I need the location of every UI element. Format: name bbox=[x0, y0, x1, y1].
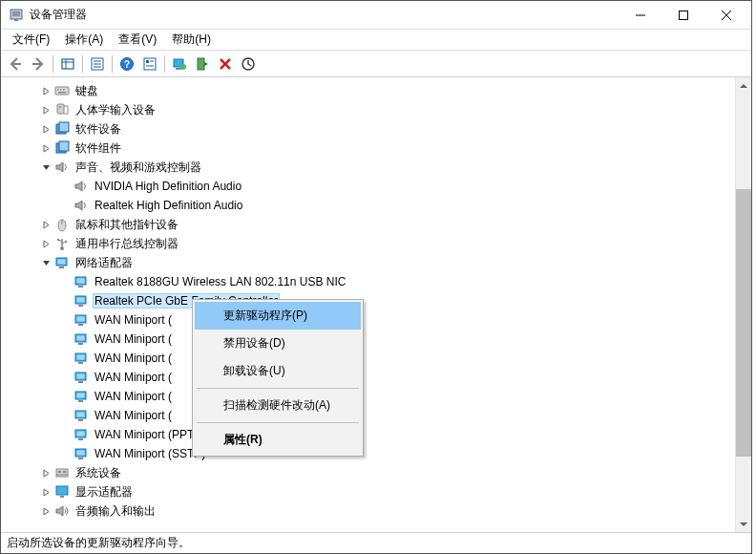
tree-node[interactable]: 软件设备 bbox=[3, 119, 751, 138]
expander-none bbox=[58, 275, 72, 288]
svg-rect-81 bbox=[56, 486, 68, 495]
minimize-button[interactable] bbox=[619, 2, 662, 29]
svg-point-22 bbox=[180, 64, 186, 70]
network-icon bbox=[74, 427, 89, 442]
menu-action[interactable]: 操作(A) bbox=[57, 30, 111, 50]
menu-help[interactable]: 帮助(H) bbox=[164, 30, 219, 50]
toolbar-separator bbox=[52, 55, 53, 73]
expander-none bbox=[58, 447, 72, 460]
chevron-right-icon[interactable] bbox=[39, 466, 52, 479]
ctx-properties[interactable]: 属性(R) bbox=[195, 426, 361, 454]
chevron-right-icon[interactable] bbox=[39, 485, 52, 499]
toolbar-scan-hardware-button[interactable] bbox=[192, 53, 213, 75]
tree-node-label: 软件组件 bbox=[74, 139, 123, 158]
usb-icon bbox=[54, 236, 70, 251]
tree-node[interactable]: 显示适配器 bbox=[3, 482, 751, 501]
tree-node[interactable]: WAN Miniport (SSTP) bbox=[3, 444, 751, 463]
tree-node[interactable]: 通用串行总线控制器 bbox=[3, 234, 751, 253]
tree-node[interactable]: 网络适配器 bbox=[3, 253, 751, 272]
toolbar-show-hidden-button[interactable] bbox=[57, 53, 78, 75]
chevron-down-icon[interactable] bbox=[39, 160, 52, 174]
menu-file[interactable]: 文件(F) bbox=[5, 30, 57, 50]
tree-node[interactable]: WAN Miniport ( bbox=[3, 387, 751, 406]
tree-node[interactable]: 系统设备 bbox=[3, 463, 751, 482]
toolbar-forward-button[interactable] bbox=[28, 53, 49, 75]
chevron-right-icon[interactable] bbox=[39, 84, 52, 97]
tree-node[interactable]: 声音、视频和游戏控制器 bbox=[3, 158, 751, 177]
device-tree[interactable]: 键盘人体学输入设备软件设备软件组件声音、视频和游戏控制器NVIDIA High … bbox=[1, 77, 751, 524]
chevron-right-icon[interactable] bbox=[39, 218, 52, 231]
chevron-down-icon[interactable] bbox=[39, 256, 52, 269]
chevron-right-icon[interactable] bbox=[39, 141, 52, 155]
chevron-right-icon[interactable] bbox=[39, 103, 52, 117]
toolbar-properties-button[interactable] bbox=[87, 53, 108, 75]
svg-text:?: ? bbox=[124, 59, 130, 70]
chevron-right-icon[interactable] bbox=[39, 122, 52, 136]
svg-rect-43 bbox=[65, 241, 67, 243]
scroll-down-button[interactable] bbox=[736, 516, 751, 532]
tree-node[interactable]: WAN Miniport ( bbox=[3, 406, 751, 425]
ctx-update-driver[interactable]: 更新驱动程序(P) bbox=[195, 302, 361, 330]
mouse-icon bbox=[54, 217, 70, 232]
svg-point-33 bbox=[59, 106, 61, 108]
svg-rect-55 bbox=[78, 324, 83, 326]
vertical-scrollbar[interactable] bbox=[735, 77, 751, 532]
maximize-button[interactable] bbox=[662, 2, 704, 29]
tree-node[interactable]: 人体学输入设备 bbox=[3, 100, 751, 119]
statusbar-text: 启动所选设备的更新驱动程序向导。 bbox=[7, 535, 190, 551]
chevron-right-icon[interactable] bbox=[39, 237, 52, 250]
toolbar-update-driver-button[interactable] bbox=[169, 53, 190, 75]
tree-node[interactable]: 软件组件 bbox=[3, 138, 751, 158]
app-icon bbox=[9, 8, 24, 23]
tree-node[interactable]: 音频输入和输出 bbox=[3, 501, 751, 521]
svg-rect-21 bbox=[176, 68, 181, 70]
expander-none bbox=[58, 199, 72, 212]
expander-none bbox=[58, 294, 72, 308]
toolbar-uninstall-button[interactable] bbox=[215, 53, 236, 75]
tree-node[interactable]: 鼠标和其他指针设备 bbox=[3, 215, 751, 234]
toolbar-help-button[interactable]: ? bbox=[116, 53, 137, 75]
svg-rect-35 bbox=[59, 122, 69, 132]
tree-node-label: 声音、视频和游戏控制器 bbox=[74, 159, 203, 177]
speaker-icon bbox=[54, 160, 70, 175]
toolbar-enable-button[interactable] bbox=[238, 53, 259, 75]
svg-rect-32 bbox=[57, 104, 64, 114]
tree-node-label: WAN Miniport ( bbox=[93, 312, 174, 328]
tree-node[interactable]: 键盘 bbox=[3, 81, 751, 100]
tree-node[interactable]: WAN Miniport ( bbox=[3, 368, 751, 387]
tree-node[interactable]: WAN Miniport ( bbox=[3, 349, 751, 368]
toolbar-back-button[interactable] bbox=[5, 53, 26, 75]
toolbar-details-button[interactable] bbox=[139, 53, 160, 75]
tree-node[interactable]: Realtek 8188GU Wireless LAN 802.11n USB … bbox=[3, 272, 751, 291]
expander-none bbox=[58, 409, 72, 422]
toolbar-separator bbox=[82, 55, 83, 73]
tree-node[interactable]: WAN Miniport ( bbox=[3, 310, 751, 330]
scroll-up-button[interactable] bbox=[736, 77, 751, 94]
network-icon bbox=[74, 351, 89, 366]
network-icon bbox=[74, 446, 89, 461]
toolbar-separator bbox=[112, 55, 113, 73]
window-controls bbox=[619, 2, 747, 29]
ctx-scan-hardware[interactable]: 扫描检测硬件改动(A) bbox=[195, 392, 361, 419]
svg-rect-67 bbox=[78, 400, 83, 402]
tree-node[interactable]: Realtek PCIe GbE Family Controller bbox=[3, 291, 751, 310]
svg-rect-23 bbox=[198, 58, 204, 70]
scroll-thumb[interactable] bbox=[736, 189, 751, 457]
tree-node[interactable]: WAN Miniport (PPTP) bbox=[3, 425, 751, 444]
svg-rect-79 bbox=[63, 471, 66, 473]
software-icon bbox=[54, 121, 70, 137]
tree-node[interactable]: Realtek High Definition Audio bbox=[3, 196, 751, 215]
tree-node[interactable]: WAN Miniport ( bbox=[3, 330, 751, 349]
ctx-disable-device[interactable]: 禁用设备(D) bbox=[195, 330, 361, 357]
menu-view[interactable]: 查看(V) bbox=[111, 30, 164, 50]
tree-node-label: Realtek High Definition Audio bbox=[93, 198, 244, 213]
tree-node-label: 音频输入和输出 bbox=[74, 502, 158, 521]
tree-node[interactable]: NVIDIA High Definition Audio bbox=[3, 177, 751, 196]
close-button[interactable] bbox=[704, 2, 747, 29]
tree-node-label: WAN Miniport ( bbox=[93, 408, 174, 423]
toolbar-separator bbox=[164, 55, 165, 73]
network-icon bbox=[74, 331, 89, 347]
audio-io-icon bbox=[54, 503, 70, 519]
chevron-right-icon[interactable] bbox=[39, 504, 52, 518]
ctx-uninstall-device[interactable]: 卸载设备(U) bbox=[195, 357, 361, 385]
